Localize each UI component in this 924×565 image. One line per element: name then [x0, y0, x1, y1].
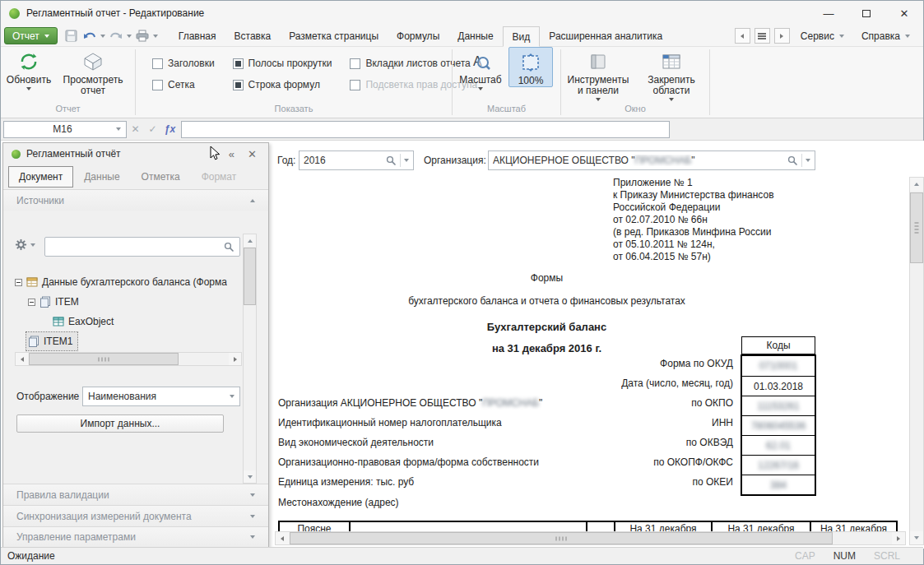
v-scrollbar-thumb[interactable]: [910, 192, 923, 263]
tab-rasshirennaya-analitika[interactable]: Расширенная аналитика: [540, 25, 671, 46]
checkbox-headers[interactable]: Заголовки: [152, 58, 215, 69]
up-arrow-icon: [914, 183, 919, 186]
code-cell-date[interactable]: 01.03.2018: [742, 376, 815, 396]
cell-name-box[interactable]: M16: [3, 121, 127, 138]
report-menu-button[interactable]: Отчет: [4, 27, 58, 44]
panel-h-scrollbar[interactable]: [15, 352, 242, 366]
zoom-100-button[interactable]: 100%: [508, 47, 553, 87]
organization-caret-icon[interactable]: [806, 159, 810, 162]
service-menu[interactable]: Сервис: [794, 30, 851, 42]
ribbon-options-button[interactable]: [755, 28, 770, 44]
section-params[interactable]: Управление параметрами: [3, 526, 268, 547]
panel-close-icon[interactable]: ✕: [241, 148, 263, 160]
maximize-button[interactable]: [847, 1, 885, 25]
insert-function-button[interactable]: ƒx: [161, 123, 179, 135]
code-cell-okpo[interactable]: 11153261: [742, 396, 815, 415]
code-cell-okei[interactable]: 384: [742, 475, 815, 494]
h-scrollbar[interactable]: [275, 531, 906, 545]
minimize-button[interactable]: —: [810, 1, 847, 25]
panel-collapse-icon[interactable]: «: [222, 148, 241, 160]
tab-glavnaya[interactable]: Главная: [169, 25, 225, 46]
section-sync[interactable]: Синхронизация измерений документа: [3, 505, 268, 526]
tools-panels-button[interactable]: Инструменты и панели: [564, 47, 632, 101]
collapse-node-icon[interactable]: [28, 299, 35, 306]
close-button[interactable]: ✕: [885, 1, 923, 25]
appendix-block: Приложение № 1 к Приказу Министерства фи…: [613, 177, 774, 263]
tab-dannye[interactable]: Данные: [448, 25, 502, 46]
panel-v-scrollbar[interactable]: [243, 234, 257, 484]
scroll-down-button[interactable]: [244, 470, 256, 483]
checkbox-scrollbars[interactable]: Полосы прокрутки: [233, 58, 332, 69]
print-caret-icon[interactable]: [153, 35, 158, 38]
code-cell-okud[interactable]: 0710001: [742, 356, 815, 376]
gear-button[interactable]: [15, 239, 35, 251]
left-arrow-icon: [21, 357, 24, 362]
panel-tab-dokument[interactable]: Документ: [8, 166, 73, 188]
import-data-button[interactable]: Импорт данных...: [16, 414, 224, 433]
tab-vstavka[interactable]: Вставка: [225, 25, 281, 46]
search-icon[interactable]: [224, 242, 234, 252]
ribbon-tabs: Главная Вставка Разметка страницы Формул…: [169, 25, 671, 46]
scroll-down-button[interactable]: [910, 531, 923, 544]
enter-formula-button[interactable]: ✓: [144, 123, 161, 135]
code-cell-okopf[interactable]: 12267/16: [742, 455, 815, 475]
activity-line: Вид экономической деятельности: [278, 437, 434, 448]
tree-node-root[interactable]: Данные бухгалтерского баланса (Форма: [15, 273, 227, 291]
undo-button[interactable]: [82, 29, 97, 44]
tab-vid[interactable]: Вид: [503, 26, 541, 47]
scroll-right-button[interactable]: [892, 532, 905, 544]
freeze-panes-button[interactable]: Закрепить области: [637, 47, 706, 101]
scroll-left-button[interactable]: [276, 532, 289, 544]
section-sources[interactable]: Источники: [3, 189, 268, 211]
undo-caret-icon[interactable]: [100, 35, 105, 38]
tree-node-item[interactable]: ITEM: [28, 293, 79, 311]
tab-formuly[interactable]: Формулы: [388, 25, 448, 46]
save-button[interactable]: [64, 29, 79, 44]
panel-tab-dannye[interactable]: Данные: [73, 166, 130, 188]
panel-v-scrollbar-thumb[interactable]: [244, 248, 256, 305]
scroll-up-button[interactable]: [244, 234, 256, 247]
group-label-window: Окно: [561, 104, 709, 116]
checkbox-grid[interactable]: Сетка: [152, 79, 215, 90]
year-search-icon[interactable]: [386, 155, 397, 166]
redo-caret-icon[interactable]: [127, 35, 132, 38]
panel-tab-format[interactable]: Формат: [191, 166, 248, 188]
section-validation[interactable]: Правила валидации: [3, 484, 268, 505]
left-arrow-icon: [741, 34, 744, 39]
collapse-node-icon[interactable]: [15, 279, 22, 286]
appendix-line: Российской Федерации: [613, 201, 774, 214]
list-icon: [758, 33, 766, 39]
search-input[interactable]: [44, 237, 240, 257]
formula-input[interactable]: [181, 121, 670, 138]
tree-node-item1[interactable]: ITEM1: [26, 332, 77, 350]
redo-button[interactable]: [109, 29, 123, 44]
checkbox-formula-bar[interactable]: Строка формул: [233, 79, 332, 90]
zoom-button[interactable]: A Масштаб: [457, 47, 504, 90]
organization-field[interactable]: АКЦИОНЕРНОЕ ОБЩЕСТВО "ПРОМСНАБ": [488, 151, 815, 170]
help-menu[interactable]: Справка: [855, 30, 917, 42]
code-cell-okved[interactable]: 62.01: [742, 435, 815, 455]
refresh-button[interactable]: Обновить: [4, 47, 53, 90]
panel-h-scrollbar-thumb[interactable]: [29, 353, 179, 365]
nav-back-button[interactable]: [735, 28, 750, 44]
v-scrollbar[interactable]: [909, 177, 924, 545]
preview-report-button[interactable]: Просмотреть отчет: [55, 47, 131, 96]
form-title-1: Формы: [278, 272, 815, 284]
print-button[interactable]: [135, 29, 150, 44]
year-field[interactable]: 2016: [299, 151, 414, 170]
scroll-left-button[interactable]: [16, 353, 28, 365]
organization-search-icon[interactable]: [787, 155, 798, 166]
panel-header[interactable]: Регламентный отчёт « ✕: [3, 143, 268, 164]
nav-forward-button[interactable]: [774, 28, 790, 44]
scroll-right-button[interactable]: [229, 353, 241, 365]
scroll-up-button[interactable]: [910, 178, 923, 191]
year-caret-icon[interactable]: [404, 159, 409, 162]
status-text: Ожидание: [7, 550, 55, 562]
tab-razmetka-stranicy[interactable]: Разметка страницы: [280, 25, 388, 46]
cancel-formula-button[interactable]: ✕: [127, 123, 144, 135]
display-select[interactable]: Наименования: [82, 387, 240, 406]
tree-node-eaxobject[interactable]: EaxObject: [53, 313, 114, 331]
code-cell-inn[interactable]: 7806045536: [742, 415, 815, 435]
h-scrollbar-thumb[interactable]: [290, 532, 833, 544]
panel-tab-otmetka[interactable]: Отметка: [131, 166, 191, 188]
